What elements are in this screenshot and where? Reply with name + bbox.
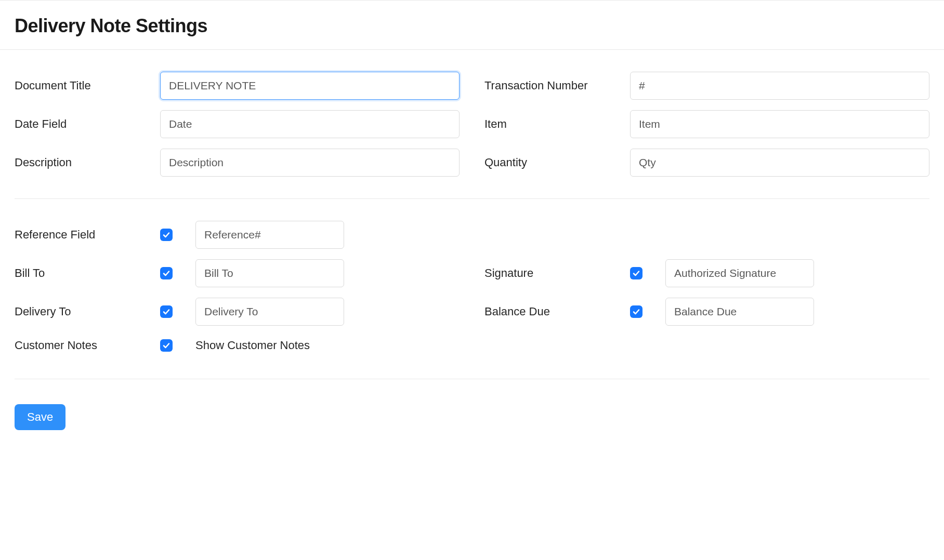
row-transaction-number: Transaction Number <box>484 66 929 105</box>
row-delivery-to: Delivery To <box>15 292 460 331</box>
label-item: Item <box>484 117 630 131</box>
page-title: Delivery Note Settings <box>15 15 929 37</box>
label-reference-field: Reference Field <box>15 228 160 242</box>
row-document-title: Document Title <box>15 66 460 105</box>
label-quantity: Quantity <box>484 156 630 169</box>
input-delivery-to[interactable] <box>195 298 344 326</box>
input-quantity[interactable] <box>630 149 929 177</box>
row-description: Description <box>15 143 460 182</box>
check-icon <box>162 308 171 316</box>
input-date-field[interactable] <box>160 110 460 138</box>
row-bill-to: Bill To <box>15 254 460 292</box>
input-reference-field[interactable] <box>195 221 344 249</box>
row-date-field: Date Field <box>15 105 460 143</box>
text-show-customer-notes: Show Customer Notes <box>195 339 310 352</box>
row-quantity: Quantity <box>484 143 929 182</box>
section-optional-fields: Reference Field Bill To <box>15 198 929 372</box>
save-button[interactable]: Save <box>15 404 65 430</box>
label-customer-notes: Customer Notes <box>15 339 160 352</box>
label-description: Description <box>15 156 160 169</box>
input-bill-to[interactable] <box>195 259 344 287</box>
row-item: Item <box>484 105 929 143</box>
check-icon <box>162 341 171 350</box>
label-balance-due: Balance Due <box>484 305 630 318</box>
checkbox-reference-field[interactable] <box>160 229 173 241</box>
label-signature: Signature <box>484 266 630 280</box>
section-basic-fields: Document Title Transaction Number Date F… <box>15 66 929 194</box>
label-transaction-number: Transaction Number <box>484 79 630 92</box>
checkbox-customer-notes[interactable] <box>160 339 173 352</box>
label-delivery-to: Delivery To <box>15 305 160 318</box>
input-description[interactable] <box>160 149 460 177</box>
checkbox-bill-to[interactable] <box>160 267 173 279</box>
checkbox-balance-due[interactable] <box>630 305 643 318</box>
check-icon <box>632 308 640 316</box>
input-item[interactable] <box>630 110 929 138</box>
input-document-title[interactable] <box>160 72 460 100</box>
label-date-field: Date Field <box>15 117 160 131</box>
row-balance-due: Balance Due <box>484 292 929 331</box>
check-icon <box>632 269 640 277</box>
footer: Save <box>15 379 929 430</box>
input-signature[interactable] <box>665 259 814 287</box>
row-customer-notes: Customer Notes Show Customer Notes <box>15 331 460 360</box>
input-balance-due[interactable] <box>665 298 814 326</box>
row-reference-field: Reference Field <box>15 216 460 254</box>
checkbox-signature[interactable] <box>630 267 643 279</box>
check-icon <box>162 231 171 239</box>
page-header: Delivery Note Settings <box>0 0 944 50</box>
check-icon <box>162 269 171 277</box>
row-signature: Signature <box>484 254 929 292</box>
input-transaction-number[interactable] <box>630 72 929 100</box>
checkbox-delivery-to[interactable] <box>160 305 173 318</box>
label-document-title: Document Title <box>15 79 160 92</box>
label-bill-to: Bill To <box>15 266 160 280</box>
